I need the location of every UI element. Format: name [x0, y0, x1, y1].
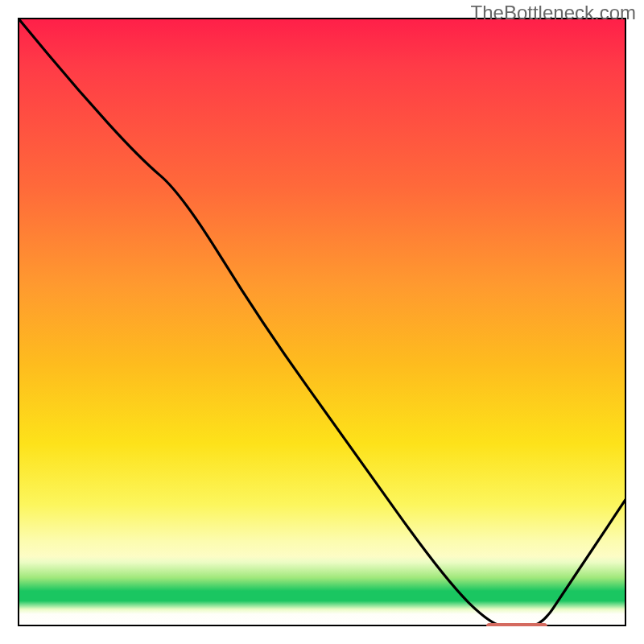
watermark-text: TheBottleneck.com — [471, 2, 636, 24]
svg-rect-0 — [486, 623, 547, 626]
chart-container: TheBottleneck.com — [0, 0, 644, 644]
optimum-marker — [18, 18, 626, 626]
